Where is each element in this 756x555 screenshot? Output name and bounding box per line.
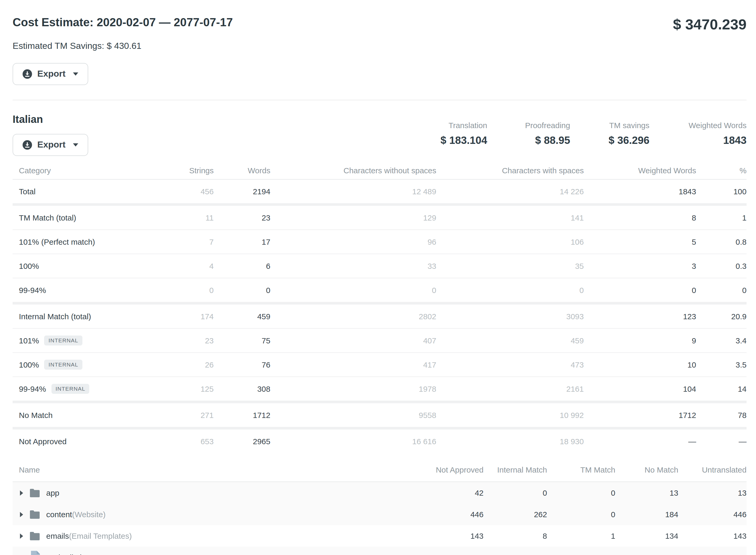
words-value: 0 — [214, 286, 270, 295]
chars-spaces-value: 10 992 — [436, 411, 584, 420]
no-match-value: 134 — [615, 531, 678, 540]
percent-value: 1 — [696, 213, 747, 222]
internal-match-value: 262 — [484, 510, 547, 519]
tm-savings-subtitle: Estimated TM Savings: $ 430.61 — [13, 40, 747, 52]
category-table: Category Strings Words Characters withou… — [13, 161, 747, 453]
weighted-value: 8 — [584, 213, 696, 222]
col-strings: Strings — [169, 166, 214, 175]
folder-icon — [30, 508, 41, 521]
percent-value: 100 — [696, 187, 747, 196]
no-match-value: 13 — [615, 488, 678, 497]
chars-spaces-value: 35 — [436, 261, 584, 270]
words-value: 17 — [214, 237, 270, 246]
stat-label: Translation — [419, 120, 487, 131]
export-button[interactable]: Export — [13, 63, 88, 85]
strings-value: 4 — [169, 261, 214, 270]
file-name: Umbrella.json — [46, 553, 94, 555]
language-export-button[interactable]: Export — [13, 134, 88, 156]
stat-value: $ 183.104 — [419, 133, 487, 147]
strings-value: 271 — [169, 411, 214, 420]
percent-value: — — [696, 437, 747, 446]
chars-no-spaces-value: 1978 — [270, 384, 436, 393]
internal-match-value: 8 — [484, 531, 547, 540]
col-category: Category — [13, 166, 169, 175]
chars-spaces-value: 18 930 — [436, 437, 584, 446]
not-approved-value: 42 — [415, 488, 484, 497]
col-internal-match: Internal Match — [484, 465, 547, 474]
grand-total-amount: $ 3470.239 — [673, 16, 747, 34]
table-row: 100% INTERNAL 26 76 417 473 10 3.5 — [13, 352, 747, 377]
chars-no-spaces-value: 129 — [270, 213, 436, 222]
category-label: 99-94% — [19, 286, 46, 295]
strings-value: 11 — [169, 213, 214, 222]
table-row: Total 456 2194 12 489 14 226 1843 100 — [13, 180, 747, 203]
expand-caret-icon[interactable] — [20, 490, 25, 496]
stat-value: $ 88.95 — [487, 133, 570, 147]
chars-no-spaces-value: 12 489 — [270, 187, 436, 196]
chars-no-spaces-value: 96 — [270, 237, 436, 246]
files-table-header: Name Not Approved Internal Match TM Matc… — [13, 457, 747, 482]
not-approved-value: 143 — [415, 531, 484, 540]
no-match-value: 184 — [615, 510, 678, 519]
percent-value: 3.4 — [696, 336, 747, 345]
section-divider — [13, 100, 747, 100]
stat-label: Weighted Words — [650, 120, 747, 131]
file-row-app[interactable]: app 42 0 0 13 13 — [13, 482, 747, 504]
col-chars-no-spaces: Characters without spaces — [270, 166, 436, 175]
table-row: 99-94% INTERNAL 125 308 1978 2161 104 14 — [13, 377, 747, 401]
category-label: Not Approved — [19, 437, 67, 446]
chars-no-spaces-value: 417 — [270, 360, 436, 369]
category-label: 100% — [19, 261, 39, 270]
file-row-umbrella-json[interactable]: JSON Umbrella.json 9 9 0 0 9 — [13, 547, 747, 555]
cost-stats: Translation $ 183.104 Proofreading $ 88.… — [419, 120, 747, 147]
file-suffix: (Email Templates) — [69, 531, 132, 540]
category-group-not-approved: Not Approved 653 2965 16 616 18 930 — — — [13, 427, 747, 453]
weighted-value: 10 — [584, 360, 696, 369]
untranslated-value: 9 — [678, 553, 747, 555]
words-value: 2965 — [214, 437, 270, 446]
category-label: TM Match (total) — [19, 213, 76, 222]
category-label: 101% — [19, 336, 39, 345]
strings-value: 7 — [169, 237, 214, 246]
words-value: 308 — [214, 384, 270, 393]
weighted-value: 104 — [584, 384, 696, 393]
col-weighted-words: Weighted Words — [584, 166, 696, 175]
weighted-value: 5 — [584, 237, 696, 246]
files-table: Name Not Approved Internal Match TM Matc… — [13, 457, 747, 555]
stat-translation: Translation $ 183.104 — [419, 120, 487, 147]
chars-no-spaces-value: 9558 — [270, 411, 436, 420]
col-chars-spaces: Characters with spaces — [436, 166, 584, 175]
words-value: 2194 — [214, 187, 270, 196]
chars-no-spaces-value: 16 616 — [270, 437, 436, 446]
expand-caret-icon[interactable] — [20, 533, 25, 539]
strings-value: 174 — [169, 312, 214, 321]
file-row-emails[interactable]: emails (Email Templates) 143 8 1 134 143 — [13, 525, 747, 547]
strings-value: 456 — [169, 187, 214, 196]
tm-match-value: 0 — [547, 510, 615, 519]
not-approved-value: 9 — [415, 553, 484, 555]
percent-value: 20.9 — [696, 312, 747, 321]
strings-value: 653 — [169, 437, 214, 446]
weighted-value: 1712 — [584, 411, 696, 420]
table-row: 100% 4 6 33 35 3 0.3 — [13, 254, 747, 278]
page-header: Cost Estimate: 2020-02-07 — 2077-07-17 $… — [13, 0, 747, 34]
chars-no-spaces-value: 2802 — [270, 312, 436, 321]
strings-value: 26 — [169, 360, 214, 369]
table-row: 101% INTERNAL 23 75 407 459 9 3.4 — [13, 328, 747, 352]
stat-label: TM savings — [570, 120, 650, 131]
category-group-internal-match: Internal Match (total) 174 459 2802 3093… — [13, 302, 747, 401]
chars-spaces-value: 2161 — [436, 384, 584, 393]
internal-match-value: 9 — [484, 553, 547, 555]
words-value: 76 — [214, 360, 270, 369]
expand-caret-icon[interactable] — [20, 512, 25, 517]
percent-value: 3.5 — [696, 360, 747, 369]
untranslated-value: 13 — [678, 488, 747, 497]
weighted-value: 3 — [584, 261, 696, 270]
chars-no-spaces-value: 0 — [270, 286, 436, 295]
category-group-no-match: No Match 271 1712 9558 10 992 1712 78 — [13, 401, 747, 427]
chars-spaces-value: 106 — [436, 237, 584, 246]
percent-value: 0.3 — [696, 261, 747, 270]
chars-spaces-value: 3093 — [436, 312, 584, 321]
table-row: 101% (Perfect match) 7 17 96 106 5 0.8 — [13, 229, 747, 254]
file-row-content[interactable]: content (Website) 446 262 0 184 446 — [13, 504, 747, 525]
